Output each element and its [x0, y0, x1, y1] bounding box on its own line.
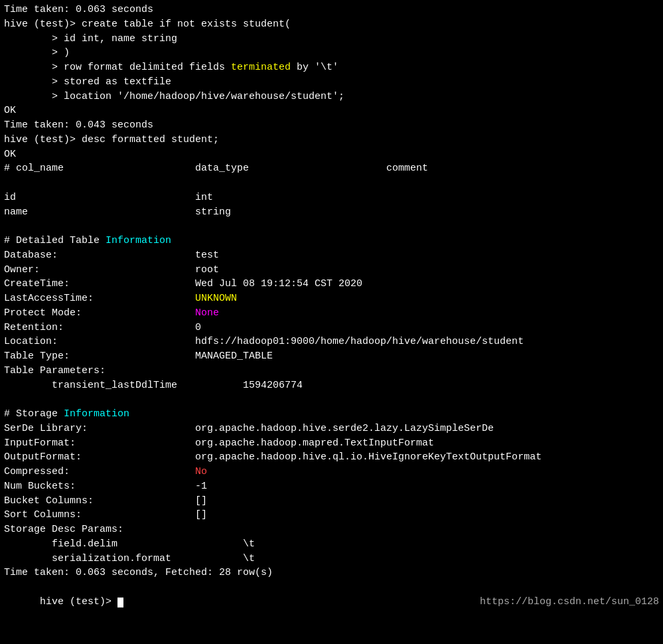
text: # Storage: [4, 408, 64, 420]
text: Compressed:: [4, 466, 195, 477]
line-13: [4, 176, 659, 191]
text-information-2: Information: [64, 408, 129, 420]
line-32: OutputFormat: org.apache.hadoop.hive.ql.…: [4, 450, 659, 465]
text: Time taken: 0.063 seconds: [4, 4, 153, 15]
line-10: hive (test)> desc formatted student;: [4, 133, 659, 147]
text: hive (test)> create table if not exists …: [4, 19, 291, 30]
text: Time taken: 0.063 seconds, Fetched: 28 r…: [4, 567, 273, 578]
line-21: LastAccessTime: UNKNOWN: [4, 291, 659, 306]
text: Storage Desc Params:: [4, 524, 123, 535]
prompt-line: hive (test)>: [4, 580, 123, 623]
line-33: Compressed: No: [4, 465, 659, 479]
line-29: # Storage Information: [4, 407, 659, 422]
line-38: field.delim \t: [4, 537, 659, 552]
text: by '\t': [291, 62, 338, 73]
line-31: InputFormat: org.apache.hadoop.mapred.Te…: [4, 436, 659, 451]
text: OutputFormat: org.apache.hadoop.hive.ql.…: [4, 451, 542, 463]
line-25: Table Type: MANAGED_TABLE: [4, 349, 659, 364]
text: name string: [4, 206, 338, 218]
line-27: transient_lastDdlTime 1594206774: [4, 378, 659, 393]
text: serialization.format \t: [4, 553, 386, 564]
line-14: id int: [4, 191, 659, 205]
line-30: SerDe Library: org.apache.hadoop.hive.se…: [4, 422, 659, 436]
text: SerDe Library: org.apache.hadoop.hive.se…: [4, 423, 494, 434]
line-16: [4, 219, 659, 234]
text: InputFormat: org.apache.hadoop.mapred.Te…: [4, 438, 434, 449]
line-37: Storage Desc Params:: [4, 523, 659, 537]
line-19: Owner: root: [4, 263, 659, 278]
text-information: Information: [106, 235, 171, 246]
prompt-text: hive (test)>: [40, 596, 117, 607]
line-11: OK: [4, 147, 659, 162]
text-none: None: [195, 307, 219, 319]
text: > stored as textfile: [4, 76, 171, 88]
bottom-bar: hive (test)> https://blog.csdn.net/sun_0…: [4, 580, 659, 623]
line-34: Num Buckets: -1: [4, 479, 659, 494]
line-23: Retention: 0: [4, 321, 659, 335]
text: OK: [4, 105, 16, 116]
line-22: Protect Mode: None: [4, 306, 659, 321]
line-18: Database: test: [4, 248, 659, 263]
text-no: No: [195, 466, 207, 477]
line-5: > row format delimited fields terminated…: [4, 60, 659, 75]
line-40: Time taken: 0.063 seconds, Fetched: 28 r…: [4, 566, 659, 580]
line-20: CreateTime: Wed Jul 08 19:12:54 CST 2020: [4, 277, 659, 291]
text: CreateTime: Wed Jul 08 19:12:54 CST 2020: [4, 278, 362, 289]
text: [4, 394, 10, 405]
text: OK: [4, 149, 16, 160]
terminal: Time taken: 0.063 seconds hive (test)> c…: [4, 3, 659, 641]
line-36: Sort Columns: []: [4, 508, 659, 523]
text: id int: [4, 192, 338, 203]
text: # col_name data_type comment: [4, 163, 506, 174]
text-unknown: UNKNOWN: [195, 293, 237, 304]
line-2: hive (test)> create table if not exists …: [4, 17, 659, 32]
text: Retention: 0: [4, 322, 338, 333]
text: Table Parameters:: [4, 365, 106, 376]
text: Sort Columns: []: [4, 509, 338, 521]
url-text: https://blog.csdn.net/sun_0128: [480, 595, 659, 609]
text-terminated: terminated: [231, 62, 291, 73]
text: Time taken: 0.043 seconds: [4, 120, 153, 131]
text: Table Type: MANAGED_TABLE: [4, 351, 338, 362]
text: > ): [4, 47, 70, 58]
text: hive (test)> desc formatted student;: [4, 134, 219, 145]
text: > id int, name string: [4, 33, 177, 44]
text: transient_lastDdlTime 1594206774: [4, 380, 386, 391]
text: field.delim \t: [4, 538, 386, 550]
text: > location '/home/hadoop/hive/warehouse/…: [4, 91, 344, 102]
line-35: Bucket Columns: []: [4, 494, 659, 509]
line-17: # Detailed Table Information: [4, 234, 659, 248]
line-28: [4, 392, 659, 407]
text: LastAccessTime:: [4, 293, 195, 304]
text: Database: test: [4, 250, 338, 261]
line-8: OK: [4, 104, 659, 118]
cursor: [117, 598, 123, 607]
text: Num Buckets: -1: [4, 481, 338, 492]
text: Location: hdfs://hadoop01:9000/home/hado…: [4, 336, 524, 347]
text: Bucket Columns: []: [4, 495, 338, 507]
line-26: Table Parameters:: [4, 364, 659, 378]
line-9: Time taken: 0.043 seconds: [4, 118, 659, 133]
line-3: > id int, name string: [4, 32, 659, 46]
line-39: serialization.format \t: [4, 552, 659, 566]
line-7: > location '/home/hadoop/hive/warehouse/…: [4, 90, 659, 104]
text: Owner: root: [4, 264, 338, 276]
line-24: Location: hdfs://hadoop01:9000/home/hado…: [4, 335, 659, 349]
text: Protect Mode:: [4, 307, 195, 319]
text: [4, 177, 10, 189]
line-12: # col_name data_type comment: [4, 161, 659, 176]
text: > row format delimited fields: [4, 62, 231, 73]
line-15: name string: [4, 205, 659, 220]
text: [4, 220, 10, 232]
line-6: > stored as textfile: [4, 75, 659, 90]
text: # Detailed Table: [4, 235, 106, 246]
line-1: Time taken: 0.063 seconds: [4, 3, 659, 17]
line-4: > ): [4, 46, 659, 60]
